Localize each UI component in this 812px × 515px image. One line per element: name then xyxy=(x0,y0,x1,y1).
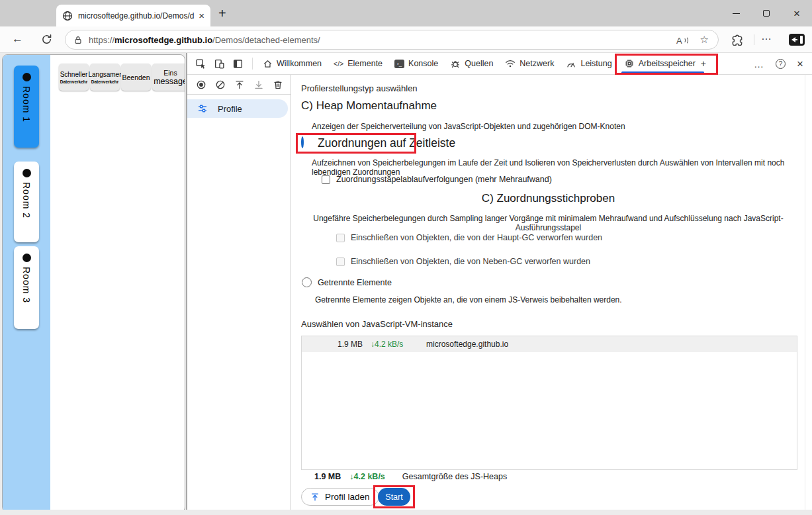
new-tab-button[interactable]: + xyxy=(218,6,226,21)
tab-netzwerk[interactable]: Netzwerk xyxy=(499,53,560,75)
faster-traffic-button[interactable]: Schneller Datenverkehr xyxy=(59,64,89,91)
maximize-button[interactable] xyxy=(751,0,782,26)
memory-main: Profilerstellungstyp auswählen C) Heap M… xyxy=(292,75,812,510)
read-aloud-icon[interactable]: A xyxy=(676,34,688,45)
tab-konsole[interactable]: ›_ Konsole xyxy=(388,53,444,75)
load-profile-label: Profil laden xyxy=(325,492,370,502)
profile-sliders-icon xyxy=(197,103,208,114)
sampling-desc: Ungefähre Speicherbelegungen durch Sampl… xyxy=(292,214,805,232)
back-button[interactable]: ← xyxy=(12,32,23,46)
tab-arbeitsspeicher[interactable]: Arbeitsspeicher + xyxy=(618,53,712,75)
room-dot xyxy=(23,254,31,262)
close-window-button[interactable]: × xyxy=(782,0,812,26)
select-profiling-type-label: Profilerstellungstyp auswählen xyxy=(301,83,418,93)
profile-label: Profile xyxy=(218,104,242,114)
active-tab-underline xyxy=(621,71,704,73)
vm-select-label: Auswählen von JavaScript-VM-instance xyxy=(301,319,453,329)
favorite-star-icon[interactable]: ☆ xyxy=(700,34,709,46)
bug-icon xyxy=(450,58,461,69)
settings-more-icon[interactable]: … xyxy=(761,30,772,42)
minimize-icon xyxy=(733,13,740,14)
room-tab-3[interactable]: Room 3 xyxy=(14,246,39,329)
extensions-icon[interactable] xyxy=(731,34,743,46)
dock-side-icon[interactable] xyxy=(232,58,244,70)
record-icon[interactable] xyxy=(196,79,206,90)
room-dot xyxy=(23,73,31,81)
url-bar[interactable]: https://microsoftedge.github.io/Demos/de… xyxy=(65,30,719,50)
delete-icon[interactable] xyxy=(273,79,283,90)
stack-traces-checkbox[interactable] xyxy=(322,175,330,184)
room-tab-2[interactable]: Room 2 xyxy=(14,162,39,242)
room-tab-1[interactable]: Room 1 xyxy=(14,66,39,148)
inspect-element-icon[interactable] xyxy=(195,58,206,70)
minor-gc-checkbox[interactable] xyxy=(336,258,345,266)
tab-leistung[interactable]: Leistung xyxy=(560,53,617,75)
stack-traces-label: Zuordnungsstapelablaufverfolgungen (mehr… xyxy=(336,175,552,184)
room-dot xyxy=(23,169,31,177)
url-text: https://microsoftedge.github.io/Demos/de… xyxy=(89,35,320,45)
start-button[interactable]: Start xyxy=(378,488,410,506)
navbar-divider xyxy=(754,34,754,45)
code-icon: </> xyxy=(334,60,343,68)
total-rate: ↓4.2 kB/s xyxy=(349,472,385,481)
tab-willkommen[interactable]: Willkommen xyxy=(257,53,328,75)
detached-elements-radio[interactable] xyxy=(302,277,312,287)
one-message-button[interactable]: Eins message xyxy=(152,64,185,91)
total-size: 1.9 MB xyxy=(314,472,341,481)
stop-button[interactable]: Beenden xyxy=(121,64,151,91)
devtools-more-icon[interactable]: … xyxy=(754,58,764,70)
sampling-title[interactable]: C) Zuordnungsstichproben xyxy=(292,192,805,205)
browser-tab[interactable]: microsoftedge.github.io/Demos/d × xyxy=(56,5,210,26)
vm-size: 1.9 MB xyxy=(302,340,363,349)
major-gc-checkbox[interactable] xyxy=(336,234,345,242)
save-profile-icon[interactable] xyxy=(253,79,264,90)
memory-chip-icon xyxy=(624,58,635,69)
vm-rate: ↓4.2 kB/s xyxy=(371,340,416,349)
sidebar-toggle-icon[interactable] xyxy=(789,34,805,46)
device-emulation-icon[interactable] xyxy=(214,58,225,70)
refresh-button[interactable] xyxy=(41,34,52,45)
vm-instance-row[interactable]: 1.9 MB ↓4.2 kB/s microsoftedge.github.io xyxy=(302,336,797,352)
heap-snapshot-title[interactable]: C) Heap Momentaufnahme xyxy=(301,99,437,113)
stack-traces-option: Zuordnungsstapelablaufverfolgungen (mehr… xyxy=(322,175,552,184)
webpage-viewport: Room 1 Room 2 Room 3 Schneller Datenverk… xyxy=(2,54,185,512)
timeline-desc: Aufzeichnen von Speicherbelegungen im La… xyxy=(312,158,812,177)
help-icon[interactable]: ? xyxy=(776,59,786,69)
memory-toolbar xyxy=(187,75,291,95)
close-icon: × xyxy=(793,8,800,19)
clear-icon[interactable] xyxy=(215,79,226,90)
scrollbar-track[interactable] xyxy=(805,75,812,510)
console-icon: ›_ xyxy=(394,60,404,68)
tab-title: microsoftedge.github.io/Demos/d xyxy=(78,11,196,21)
detached-elements-title[interactable]: Getrennte Elemente xyxy=(318,278,392,287)
devtools-right-controls: … ? × xyxy=(754,58,803,70)
tab-close-icon[interactable]: × xyxy=(199,11,204,21)
devtools-close-icon[interactable]: × xyxy=(797,58,803,70)
load-profile-button[interactable]: Profil laden xyxy=(301,488,379,506)
start-label: Start xyxy=(385,492,402,502)
minimize-button[interactable] xyxy=(721,0,751,26)
minor-gc-label: Einschließen von Objekten, die von Neben… xyxy=(351,257,590,266)
home-icon xyxy=(263,59,273,69)
window-controls: × xyxy=(721,0,812,26)
slower-traffic-button[interactable]: Langsamer Datenverkehr xyxy=(90,64,120,91)
timeline-radio[interactable] xyxy=(301,136,304,148)
upload-icon xyxy=(310,492,320,502)
major-gc-option: Einschließen von Objekten, die von der H… xyxy=(336,233,602,242)
globe-favicon-icon xyxy=(62,11,73,21)
devtools-panel: Willkommen </> Elemente ›_ Konsole Quell… xyxy=(187,53,812,510)
memory-sidebar: Profile xyxy=(187,75,291,510)
url-host: microsoftedge.github.io xyxy=(114,35,212,45)
timeline-title[interactable]: Zuordnungen auf Zeitleiste xyxy=(318,136,455,150)
detached-elements-desc: Getrennte Elemente zeigen Objekte an, di… xyxy=(315,295,622,304)
network-wifi-icon xyxy=(505,59,516,68)
tabbar-divider xyxy=(252,58,253,70)
tab-elemente[interactable]: </> Elemente xyxy=(328,53,388,75)
room-label: Room 3 xyxy=(21,267,32,303)
add-tools-button[interactable]: + xyxy=(701,58,706,69)
sidebar-item-profile[interactable]: Profile xyxy=(187,99,288,118)
load-profile-icon[interactable] xyxy=(234,79,245,90)
room-label: Room 2 xyxy=(21,182,32,218)
room-label: Room 1 xyxy=(21,86,32,122)
tab-quellen[interactable]: Quellen xyxy=(444,53,499,75)
